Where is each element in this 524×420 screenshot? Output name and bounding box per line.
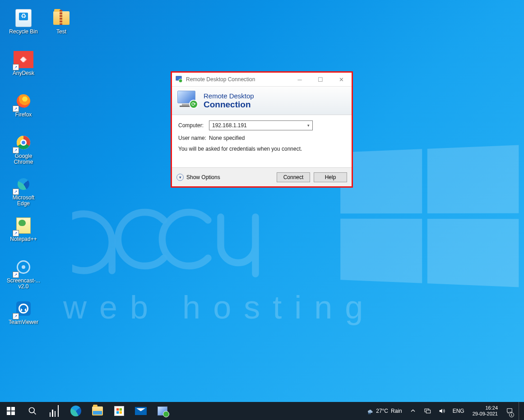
svg-line-7 bbox=[34, 412, 36, 415]
svg-rect-13 bbox=[426, 410, 430, 413]
recycle-bin-icon bbox=[15, 9, 32, 27]
tray-network-icon[interactable] bbox=[422, 407, 433, 415]
dialog-banner: ⟳ Remote Desktop Connection bbox=[172, 86, 352, 115]
desktop-icon-label: Notepad++ bbox=[10, 236, 37, 242]
computer-combobox[interactable]: 192.168.1.191 ▾ bbox=[209, 120, 313, 130]
watermark-web-hosting: web hosting bbox=[63, 289, 376, 326]
chevron-down-icon: ▾ bbox=[307, 123, 310, 128]
desktop-icon-label: AnyDesk bbox=[13, 70, 34, 76]
desktop-icon-screencast[interactable]: ↗ Screencast-... v2.0 bbox=[5, 257, 42, 292]
desktop-icon-label: Screencast-... v2.0 bbox=[5, 278, 42, 290]
shortcut-overlay-icon: ↗ bbox=[13, 64, 19, 70]
remote-desktop-dialog: Remote Desktop Connection ─ ☐ ✕ ⟳ Remote… bbox=[171, 71, 353, 188]
svg-rect-5 bbox=[11, 411, 15, 415]
desktop-icon-firefox[interactable]: ↗ Firefox bbox=[5, 91, 42, 126]
desktop-icons-col1: Recycle Bin ↗ AnyDesk ↗ Firefox ↗ Google… bbox=[5, 8, 42, 340]
weather-condition: Rain bbox=[391, 408, 402, 414]
folder-icon bbox=[53, 11, 70, 25]
banner-line1: Remote Desktop bbox=[204, 92, 254, 100]
taskbar-clock[interactable]: 16:24 29-09-2021 bbox=[470, 405, 501, 416]
svg-point-1 bbox=[179, 79, 182, 83]
show-options-toggle[interactable]: ▾ Show Options bbox=[176, 174, 220, 181]
desktop-icon-recycle-bin[interactable]: Recycle Bin bbox=[5, 8, 42, 43]
start-button[interactable] bbox=[0, 402, 22, 420]
desktop-icon-google-chrome[interactable]: ↗ Google Chrome bbox=[5, 133, 42, 168]
chevron-down-icon: ▾ bbox=[176, 174, 184, 181]
dialog-titlebar[interactable]: Remote Desktop Connection ─ ☐ ✕ bbox=[172, 73, 352, 86]
username-value: None specified bbox=[209, 135, 245, 141]
maximize-button[interactable]: ☐ bbox=[310, 73, 331, 86]
svg-point-6 bbox=[29, 408, 35, 413]
ms-store-icon bbox=[114, 406, 124, 416]
edge-icon bbox=[18, 178, 29, 190]
svg-rect-11 bbox=[120, 411, 122, 414]
taskbar: 27°C Rain ENG 16:24 29-09-2021 1 bbox=[0, 402, 524, 420]
svg-rect-9 bbox=[120, 408, 122, 411]
weather-widget[interactable]: 27°C Rain bbox=[364, 407, 404, 415]
svg-rect-2 bbox=[7, 407, 10, 411]
desktop[interactable]: web hosting Recycle Bin ↗ AnyDesk ↗ Fire… bbox=[0, 0, 524, 402]
rdc-title-icon bbox=[176, 76, 183, 83]
desktop-icons-col2: Test bbox=[43, 8, 79, 50]
notification-badge: 1 bbox=[509, 412, 514, 417]
svg-rect-4 bbox=[7, 411, 10, 415]
taskbar-app-edge[interactable] bbox=[65, 402, 87, 420]
clock-time: 16:24 bbox=[485, 405, 498, 411]
desktop-icon-label: Recycle Bin bbox=[9, 29, 37, 35]
help-button[interactable]: Help bbox=[314, 172, 347, 182]
computer-label: Computer: bbox=[178, 122, 209, 129]
desktop-icon-microsoft-edge[interactable]: ↗ Microsoft Edge bbox=[5, 174, 42, 209]
watermark-accu bbox=[72, 180, 262, 298]
clock-date: 29-09-2021 bbox=[473, 411, 498, 417]
show-desktop-peek[interactable] bbox=[519, 402, 521, 420]
language-indicator[interactable]: ENG bbox=[451, 408, 466, 414]
search-button[interactable] bbox=[22, 402, 43, 420]
credentials-note: You will be asked for credentials when y… bbox=[178, 146, 345, 152]
shortcut-overlay-icon: ↗ bbox=[13, 272, 19, 278]
minimize-button[interactable]: ─ bbox=[289, 73, 310, 86]
action-center-button[interactable]: 1 bbox=[504, 402, 515, 420]
desktop-icon-label: Test bbox=[56, 29, 66, 35]
windows-logo-watermark bbox=[340, 145, 519, 287]
desktop-icon-notepad-plus-plus[interactable]: ↗ Notepad++ bbox=[5, 216, 42, 251]
shortcut-overlay-icon: ↗ bbox=[13, 189, 19, 195]
shortcut-overlay-icon: ↗ bbox=[13, 313, 19, 319]
dialog-body: Computer: 192.168.1.191 ▾ User name: Non… bbox=[172, 115, 352, 155]
desktop-icon-teamviewer[interactable]: ↗ TeamViewer bbox=[5, 299, 42, 334]
shortcut-overlay-icon: ↗ bbox=[13, 147, 19, 153]
shortcut-overlay-icon: ↗ bbox=[13, 230, 19, 236]
tray-overflow-button[interactable] bbox=[408, 407, 418, 415]
tray-volume-icon[interactable] bbox=[436, 407, 447, 415]
username-label: User name: bbox=[178, 135, 209, 141]
connect-button[interactable]: Connect bbox=[277, 172, 310, 182]
close-button[interactable]: ✕ bbox=[331, 73, 352, 86]
desktop-icon-label: Firefox bbox=[15, 112, 32, 118]
desktop-icon-label: Microsoft Edge bbox=[5, 195, 42, 207]
taskbar-app-mail[interactable] bbox=[130, 402, 152, 420]
desktop-icon-test-folder[interactable]: Test bbox=[43, 8, 79, 43]
dialog-title: Remote Desktop Connection bbox=[186, 76, 289, 83]
shortcut-overlay-icon: ↗ bbox=[13, 106, 19, 112]
file-explorer-icon bbox=[92, 406, 103, 415]
rdc-banner-icon: ⟳ bbox=[177, 91, 199, 111]
weather-temp: 27°C bbox=[376, 408, 388, 414]
weather-icon bbox=[366, 407, 373, 415]
show-options-label: Show Options bbox=[186, 174, 220, 180]
taskbar-app-remote-desktop[interactable] bbox=[152, 402, 173, 420]
svg-rect-8 bbox=[116, 408, 119, 411]
computer-value: 192.168.1.191 bbox=[212, 122, 247, 129]
svg-rect-10 bbox=[116, 411, 119, 414]
banner-line2: Connection bbox=[204, 100, 254, 110]
desktop-icon-label: Google Chrome bbox=[5, 153, 42, 165]
system-tray: 27°C Rain ENG 16:24 29-09-2021 1 bbox=[364, 402, 524, 420]
svg-rect-3 bbox=[11, 407, 15, 411]
mail-icon bbox=[135, 407, 147, 415]
desktop-icon-anydesk[interactable]: ↗ AnyDesk bbox=[5, 50, 42, 85]
taskbar-app-store[interactable] bbox=[108, 402, 130, 420]
task-view-button[interactable] bbox=[43, 402, 65, 420]
desktop-icon-label: TeamViewer bbox=[9, 319, 38, 325]
taskbar-app-file-explorer[interactable] bbox=[87, 402, 108, 420]
dialog-footer: ▾ Show Options Connect Help bbox=[172, 167, 352, 186]
rdc-taskbar-icon bbox=[158, 406, 167, 415]
